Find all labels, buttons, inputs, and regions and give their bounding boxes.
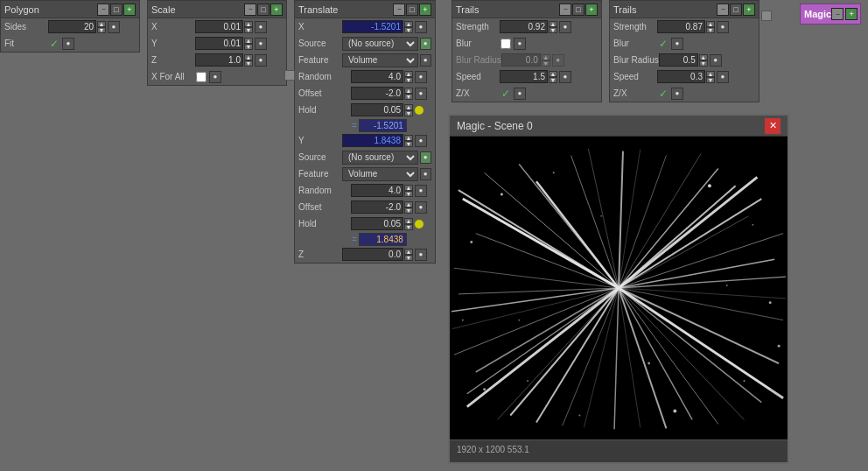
translate-x-random-dot[interactable]: ● <box>415 71 427 83</box>
translate-y-offset-input[interactable] <box>351 200 403 214</box>
translate-add-button[interactable]: + <box>419 4 431 16</box>
trails1-blurradius-dot[interactable]: ● <box>552 54 564 67</box>
trails2-zx-dot[interactable]: ● <box>671 88 683 100</box>
translate-y-offset-up[interactable]: ▲ <box>404 201 413 207</box>
trails1-zx-dot[interactable]: ● <box>514 88 526 100</box>
trails1-strength-dot[interactable]: ● <box>559 21 571 33</box>
scale-z-down[interactable]: ▼ <box>244 60 253 67</box>
scale-z-dot[interactable]: ● <box>255 54 267 67</box>
trails2-blurradius-dot[interactable]: ● <box>710 54 722 67</box>
trails1-speed-dot[interactable]: ● <box>559 71 571 83</box>
preview-close-button[interactable]: ✕ <box>765 118 780 134</box>
scale-add-button[interactable]: + <box>270 4 283 16</box>
translate-x-down[interactable]: ▼ <box>404 27 413 33</box>
translate-y-up[interactable]: ▲ <box>404 135 413 141</box>
translate-y-random-dot[interactable]: ● <box>415 185 427 197</box>
scale-y-input[interactable] <box>195 37 243 50</box>
translate-y-offset-down[interactable]: ▼ <box>404 207 413 214</box>
translate-z-down[interactable]: ▼ <box>404 255 413 261</box>
scale-x-input[interactable] <box>195 20 243 33</box>
trails1-add-button[interactable]: + <box>585 4 598 16</box>
trails2-close-button[interactable]: □ <box>730 4 742 16</box>
magic-node[interactable]: Magic － + <box>800 4 861 25</box>
trails1-blur-dot[interactable]: ● <box>514 38 526 50</box>
translate-y-hold-down[interactable]: ▼ <box>404 224 413 230</box>
polygon-sides-down[interactable]: ▼ <box>97 27 106 33</box>
trails2-add-button[interactable]: + <box>743 4 755 16</box>
translate-x-feature-dot[interactable]: ● <box>420 54 432 67</box>
translate-minimize-button[interactable]: － <box>393 4 405 16</box>
translate-y-random-down[interactable]: ▼ <box>404 191 413 197</box>
translate-y-source-dot[interactable]: ● <box>420 151 432 164</box>
magic-minimize-button[interactable]: － <box>831 8 844 20</box>
translate-x-source-select[interactable]: (No source) <box>342 37 418 51</box>
translate-y-random-input[interactable] <box>351 184 403 197</box>
translate-x-random-up[interactable]: ▲ <box>404 71 413 77</box>
scale-x-up[interactable]: ▲ <box>244 21 253 27</box>
trails1-minimize-button[interactable]: － <box>559 4 571 16</box>
translate-x-source-dot[interactable]: ● <box>420 38 432 50</box>
translate-y-input[interactable] <box>342 134 403 147</box>
trails1-close-button[interactable]: □ <box>572 4 584 16</box>
polygon-fit-dot[interactable]: ● <box>62 38 74 50</box>
translate-z-input[interactable] <box>342 248 403 261</box>
translate-close-button[interactable]: □ <box>406 4 418 16</box>
translate-x-feature-select[interactable]: Volume <box>342 53 418 67</box>
trails2-strength-down[interactable]: ▼ <box>706 27 715 33</box>
translate-x-up[interactable]: ▲ <box>404 21 413 27</box>
scale-y-dot[interactable]: ● <box>255 38 267 50</box>
trails2-blurradius-down[interactable]: ▼ <box>699 60 708 67</box>
translate-x-random-input[interactable] <box>351 70 403 83</box>
translate-z-up[interactable]: ▲ <box>404 249 413 255</box>
translate-y-offset-dot[interactable]: ● <box>415 201 427 214</box>
trails2-blurradius-up[interactable]: ▲ <box>699 54 708 60</box>
trails1-speed-down[interactable]: ▼ <box>549 77 557 83</box>
polygon-sides-up[interactable]: ▲ <box>97 21 106 27</box>
scale-z-input[interactable] <box>195 53 243 67</box>
scale-y-down[interactable]: ▼ <box>244 44 253 50</box>
translate-x-hold-input[interactable] <box>351 103 403 116</box>
translate-y-down[interactable]: ▼ <box>404 141 413 147</box>
trails2-minimize-button[interactable]: － <box>717 4 729 16</box>
trails2-speed-dot[interactable]: ● <box>717 71 729 83</box>
translate-y-dot[interactable]: ● <box>415 135 427 147</box>
scale-z-up[interactable]: ▲ <box>244 54 253 60</box>
scale-y-up[interactable]: ▲ <box>244 38 253 44</box>
polygon-minimize-button[interactable]: － <box>97 4 109 16</box>
trails2-speed-down[interactable]: ▼ <box>706 77 715 83</box>
scale-minimize-button[interactable]: － <box>244 4 256 16</box>
translate-x-offset-input[interactable] <box>351 87 403 100</box>
trails1-blurradius-up[interactable]: ▲ <box>542 54 550 60</box>
translate-y-hold-input[interactable] <box>351 217 403 230</box>
translate-x-offset-down[interactable]: ▼ <box>404 94 413 100</box>
translate-y-feature-select[interactable]: Volume <box>342 167 418 181</box>
scale-xforall-dot[interactable]: ● <box>209 71 221 83</box>
trails1-blurradius-input[interactable] <box>501 53 541 67</box>
translate-z-dot[interactable]: ● <box>415 249 427 261</box>
translate-y-random-up[interactable]: ▲ <box>404 185 413 191</box>
translate-x-input[interactable] <box>342 20 403 33</box>
polygon-sides-dot[interactable]: ● <box>108 21 120 33</box>
scale-close-button[interactable]: □ <box>257 4 270 16</box>
trails1-strength-input[interactable] <box>500 20 548 33</box>
trails2-blurradius-input[interactable] <box>659 53 698 67</box>
trails2-blur-dot[interactable]: ● <box>671 38 683 50</box>
translate-x-hold-down[interactable]: ▼ <box>404 110 413 116</box>
trails2-strength-up[interactable]: ▲ <box>706 21 715 27</box>
trails2-strength-input[interactable] <box>657 20 705 33</box>
translate-y-hold-up[interactable]: ▲ <box>404 218 413 224</box>
trails1-speed-input[interactable] <box>500 70 548 83</box>
translate-x-offset-up[interactable]: ▲ <box>404 88 413 94</box>
translate-x-offset-dot[interactable]: ● <box>415 88 427 100</box>
trails1-speed-up[interactable]: ▲ <box>549 71 557 77</box>
translate-x-dot[interactable]: ● <box>415 21 427 33</box>
scale-x-dot[interactable]: ● <box>255 21 267 33</box>
trails1-blurradius-down[interactable]: ▼ <box>542 60 550 67</box>
translate-x-random-down[interactable]: ▼ <box>404 77 413 83</box>
translate-x-hold-up[interactable]: ▲ <box>404 104 413 110</box>
trails2-strength-dot[interactable]: ● <box>717 21 729 33</box>
magic-add-button[interactable]: + <box>845 8 858 20</box>
scale-xforall-checkbox[interactable] <box>196 72 206 82</box>
polygon-close-button[interactable]: □ <box>110 4 122 16</box>
trails2-speed-input[interactable] <box>657 70 705 83</box>
